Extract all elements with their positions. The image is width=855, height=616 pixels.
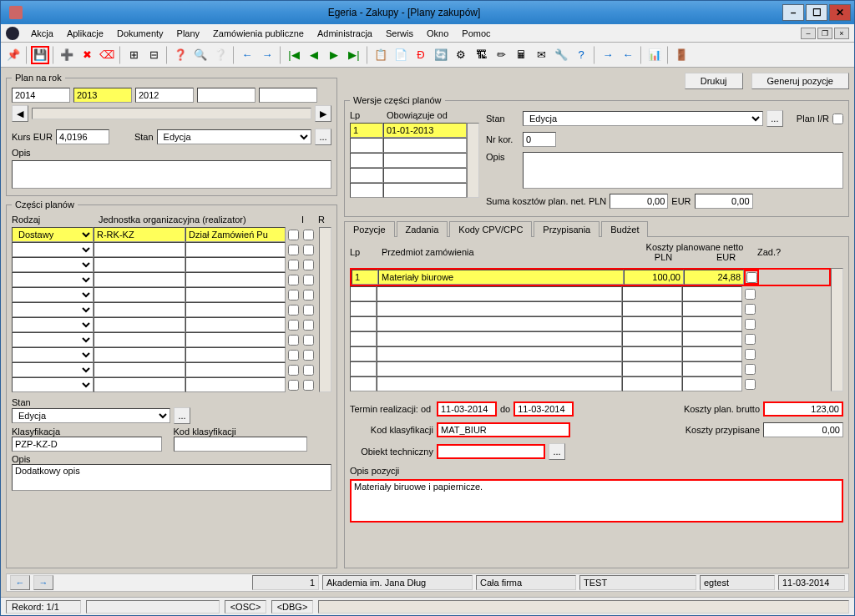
obiekt-input[interactable] <box>437 444 545 459</box>
czesci-stan-more[interactable]: ... <box>174 407 190 424</box>
czesci-scroll[interactable] <box>319 227 331 392</box>
tool2-icon[interactable]: 📄 <box>392 46 410 64</box>
brutto-input[interactable] <box>763 401 843 417</box>
next-icon[interactable]: ▶ <box>325 46 343 64</box>
delete-icon[interactable]: ✖ <box>78 46 96 64</box>
arrow-right-icon[interactable]: → <box>258 46 276 64</box>
nav-next[interactable]: → <box>33 575 53 590</box>
poz-zad-chk[interactable] <box>746 272 757 283</box>
poz-lp[interactable] <box>352 270 378 285</box>
nav-prev[interactable]: ← <box>10 575 30 590</box>
planir-chk[interactable] <box>832 114 843 124</box>
mdi-minimize[interactable]: – <box>801 28 816 39</box>
mdi-restore[interactable]: ❐ <box>817 28 832 39</box>
tab-budzet[interactable]: Budżet <box>601 221 648 237</box>
tool3-icon[interactable]: Đ <box>412 46 430 64</box>
tool11-icon[interactable]: 📊 <box>645 46 664 64</box>
chk-I[interactable] <box>288 230 299 240</box>
tab-kody[interactable]: Kody CPV/CPC <box>449 221 532 237</box>
menu-pomoc[interactable]: Pomoc <box>455 27 497 40</box>
stan-more[interactable]: ... <box>315 129 331 145</box>
tool5-icon[interactable]: ⚙ <box>452 46 470 64</box>
termin-od[interactable] <box>437 401 497 417</box>
maximize-button[interactable]: ☐ <box>806 4 827 21</box>
query-enter-icon[interactable]: ❓ <box>171 46 190 64</box>
tab-pozycje[interactable]: Pozycje <box>344 221 395 237</box>
year-2[interactable] <box>135 88 194 103</box>
mdi-close[interactable]: × <box>834 28 849 39</box>
poz-przedmiot[interactable] <box>378 270 624 285</box>
status-scroll[interactable] <box>318 600 849 613</box>
pin-icon[interactable]: 📌 <box>4 46 23 64</box>
jedn-nazwa[interactable] <box>185 227 286 242</box>
query-cancel-icon[interactable]: ❔ <box>211 46 230 64</box>
menu-okno[interactable]: Okno <box>420 27 455 40</box>
nrkor-input[interactable] <box>523 132 556 147</box>
year-4[interactable] <box>259 88 317 103</box>
first-icon[interactable]: |◀ <box>285 46 303 64</box>
last-icon[interactable]: ▶| <box>345 46 363 64</box>
tab-przypisania[interactable]: Przypisania <box>534 221 600 237</box>
wersje-stan-more[interactable]: ... <box>766 110 783 127</box>
clear-icon[interactable]: ⌫ <box>98 46 116 64</box>
tab-zadania[interactable]: Zadania <box>397 221 448 237</box>
klas-input[interactable] <box>12 437 162 452</box>
branch-icon[interactable]: ⊟ <box>144 46 163 64</box>
tool9-icon[interactable]: ✉ <box>532 46 550 64</box>
tool4-icon[interactable]: 🔄 <box>432 46 450 64</box>
add-icon[interactable]: ➕ <box>58 46 76 64</box>
wersje-stan[interactable]: Edycja <box>523 111 763 126</box>
czesci-stan-select[interactable]: Edycja <box>12 408 170 423</box>
prev-icon[interactable]: ◀ <box>305 46 323 64</box>
year-scroll-right[interactable]: ▶ <box>315 105 331 122</box>
tool8-icon[interactable]: 🖩 <box>512 46 530 64</box>
wersje-ob[interactable] <box>383 123 467 138</box>
year-scroll-left[interactable]: ◀ <box>12 105 28 122</box>
poz-kodklas[interactable] <box>437 422 570 437</box>
arrow-left-2-icon[interactable]: ← <box>619 46 637 64</box>
tool1-icon[interactable]: 📋 <box>372 46 390 64</box>
arrow-right-2-icon[interactable]: → <box>599 46 617 64</box>
poz-pln[interactable] <box>624 270 684 285</box>
poz-opis[interactable]: Materiały biruowe i papiernicze. <box>350 479 843 523</box>
opis-input[interactable] <box>12 160 331 189</box>
tool6-icon[interactable]: 🏗 <box>472 46 490 64</box>
tool10-icon[interactable]: 🔧 <box>552 46 570 64</box>
stan-select[interactable]: Edycja <box>157 129 311 144</box>
obiekt-more[interactable]: ... <box>549 443 565 460</box>
rodzaj-empty[interactable] <box>12 242 94 257</box>
menu-serwis[interactable]: Serwis <box>379 27 420 40</box>
rodzaj-select[interactable]: Dostawy <box>12 227 94 242</box>
termin-do[interactable] <box>514 401 574 417</box>
menu-zamowienia[interactable]: Zamówienia publiczne <box>206 27 311 40</box>
menu-administracja[interactable]: Administracja <box>311 27 379 40</box>
help-icon[interactable]: ? <box>572 46 590 64</box>
wersje-scroll[interactable] <box>467 123 479 198</box>
poz-eur[interactable] <box>684 270 744 285</box>
year-0[interactable] <box>12 88 70 103</box>
tree-icon[interactable]: ⊞ <box>124 46 143 64</box>
tool7-icon[interactable]: ✏ <box>492 46 510 64</box>
minimize-button[interactable]: – <box>782 4 804 21</box>
menu-aplikacje[interactable]: Aplikacje <box>60 27 110 40</box>
wersje-opis[interactable] <box>523 152 843 189</box>
menu-akcja[interactable]: Akcja <box>24 27 60 40</box>
kodklas-input[interactable] <box>174 437 307 452</box>
query-execute-icon[interactable]: 🔍 <box>191 46 210 64</box>
chk-R[interactable] <box>303 230 314 240</box>
save-icon[interactable]: 💾 <box>31 46 49 64</box>
menu-dokumenty[interactable]: Dokumenty <box>110 27 170 40</box>
exit-icon[interactable]: 🚪 <box>672 46 691 64</box>
poz-scroll[interactable] <box>831 268 843 391</box>
kurs-input[interactable] <box>56 129 109 144</box>
jedn-kod[interactable] <box>94 227 185 242</box>
close-button[interactable]: ✕ <box>829 4 851 21</box>
wersje-lp[interactable] <box>350 123 383 138</box>
year-3[interactable] <box>197 88 255 103</box>
drukuj-button[interactable]: Drukuj <box>685 73 743 89</box>
czesci-opis-input[interactable]: Dodatkowy opis <box>12 464 331 491</box>
menu-plany[interactable]: Plany <box>170 27 207 40</box>
arrow-left-icon[interactable]: ← <box>238 46 256 64</box>
year-1[interactable] <box>73 88 132 103</box>
generuj-button[interactable]: Generuj pozycje <box>751 73 850 89</box>
